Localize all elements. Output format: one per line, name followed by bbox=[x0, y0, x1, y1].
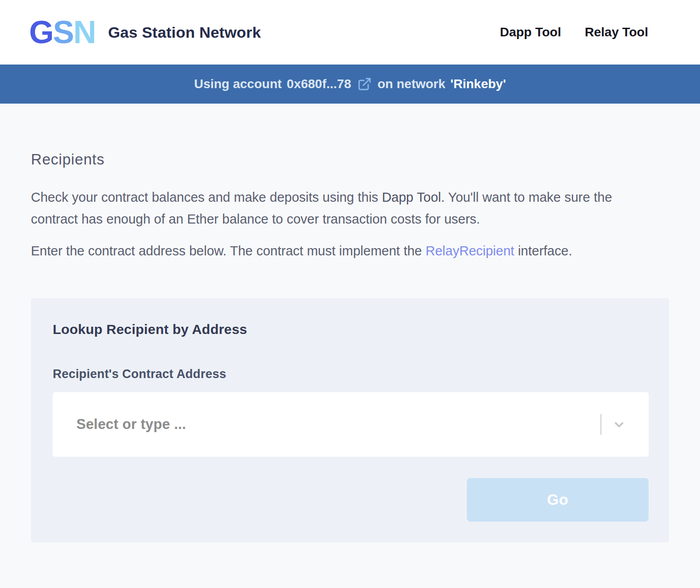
go-button[interactable]: Go bbox=[467, 478, 649, 522]
dapp-tool-mention: Dapp Tool bbox=[382, 190, 441, 204]
logo-letter-s: S bbox=[53, 15, 73, 50]
instruction-text-start: Enter the contract address below. The co… bbox=[31, 244, 425, 258]
gsn-logo[interactable]: GSN bbox=[29, 16, 95, 48]
external-link-icon[interactable] bbox=[357, 77, 372, 91]
nav-dapp-tool[interactable]: Dapp Tool bbox=[500, 25, 561, 40]
logo-letter-n: N bbox=[73, 15, 95, 50]
contract-address-select[interactable]: Select or type ... bbox=[53, 392, 649, 457]
instruction-text-end: interface. bbox=[514, 244, 572, 258]
main-content: Recipients Check your contract balances … bbox=[0, 151, 700, 543]
intro-text-start: Check your contract balances and make de… bbox=[31, 190, 382, 204]
banner-prefix: Using account bbox=[194, 77, 282, 91]
chevron-down-icon[interactable] bbox=[610, 416, 629, 433]
lookup-card: Lookup Recipient by Address Recipient's … bbox=[31, 298, 669, 543]
account-banner: Using account 0x680f...78 on network 'Ri… bbox=[0, 65, 700, 104]
network-name: 'Rinkeby' bbox=[450, 77, 506, 91]
select-placeholder: Select or type ... bbox=[53, 416, 600, 433]
contract-address-label: Recipient's Contract Address bbox=[53, 367, 649, 381]
select-separator bbox=[600, 414, 601, 435]
go-button-row: Go bbox=[53, 478, 649, 522]
banner-network-label: on network bbox=[378, 77, 445, 91]
instruction-paragraph: Enter the contract address below. The co… bbox=[31, 240, 653, 262]
account-address: 0x680f...78 bbox=[287, 77, 351, 91]
intro-paragraph: Check your contract balances and make de… bbox=[31, 186, 653, 230]
card-title: Lookup Recipient by Address bbox=[53, 322, 649, 337]
main-nav: Dapp Tool Relay Tool bbox=[500, 25, 671, 40]
page-title: Recipients bbox=[31, 151, 669, 168]
logo-letter-g: G bbox=[29, 15, 53, 50]
relay-recipient-link[interactable]: RelayRecipient bbox=[425, 244, 514, 258]
app-title: Gas Station Network bbox=[108, 24, 261, 41]
app-header: GSN Gas Station Network Dapp Tool Relay … bbox=[0, 0, 700, 65]
nav-relay-tool[interactable]: Relay Tool bbox=[585, 25, 648, 40]
